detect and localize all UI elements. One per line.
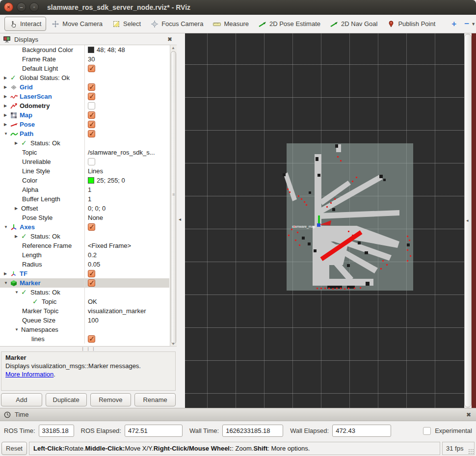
tree-row-laserscan[interactable]: ▶LaserScan xyxy=(0,92,169,101)
tree-row-value[interactable] xyxy=(84,64,169,73)
collapse-icon[interactable]: ▼ xyxy=(15,325,21,334)
tree-row-status-ok[interactable]: ▼✓Status: Ok xyxy=(0,288,169,297)
tree-row-reference-frame[interactable]: Reference Frame<Fixed Frame> xyxy=(0,241,169,250)
3d-viewport[interactable]: slamware_map: xyxy=(185,33,464,408)
tree-row-path[interactable]: ▼Path xyxy=(0,129,169,138)
checkbox-unchecked[interactable] xyxy=(88,102,95,109)
expand-icon[interactable]: ▶ xyxy=(4,82,10,92)
checkbox-checked[interactable] xyxy=(88,223,95,231)
collapse-icon[interactable]: ▼ xyxy=(4,222,10,232)
more-information-link[interactable]: More Information xyxy=(5,371,53,378)
tree-row-length[interactable]: Length0.2 xyxy=(0,250,169,260)
expand-icon[interactable]: ▶ xyxy=(4,92,10,101)
tool-focus-camera[interactable]: Focus Camera xyxy=(146,17,208,30)
chevron-down-icon[interactable]: ▼ xyxy=(471,22,476,27)
tree-row-tf[interactable]: ▶TF xyxy=(0,269,169,278)
duplicate-display-button[interactable]: Duplicate xyxy=(46,393,87,406)
checkbox-unchecked[interactable] xyxy=(88,158,95,165)
expand-icon[interactable]: ▶ xyxy=(4,110,10,120)
reset-button[interactable]: Reset xyxy=(1,442,27,455)
checkbox-checked[interactable] xyxy=(88,270,95,277)
scroll-down-icon[interactable]: ▼ xyxy=(171,342,175,346)
collapse-right-icon[interactable]: ◂ xyxy=(466,218,469,223)
displays-close-icon[interactable]: ✖ xyxy=(166,35,174,43)
tree-row-unreliable[interactable]: Unreliable xyxy=(0,157,169,166)
tool-2d-pose-estimate[interactable]: 2D Pose Estimate xyxy=(254,17,325,30)
window-close-button[interactable]: ✕ xyxy=(4,2,13,12)
collapse-icon[interactable]: ▼ xyxy=(4,129,10,138)
tree-row-value[interactable] xyxy=(84,129,169,138)
tree-row-status-ok[interactable]: ▶✓Status: Ok xyxy=(0,232,169,241)
tree-row-value[interactable] xyxy=(84,334,169,344)
checkbox-checked[interactable] xyxy=(88,121,95,128)
tool-publish-point[interactable]: Publish Point xyxy=(383,17,440,30)
collapse-icon[interactable]: ▼ xyxy=(4,278,10,288)
checkbox-checked[interactable] xyxy=(88,93,95,100)
displays-panel-header[interactable]: Displays ✖ xyxy=(0,34,177,45)
tree-row-value[interactable] xyxy=(84,110,169,120)
expand-icon[interactable]: ▶ xyxy=(15,232,21,241)
tree-row-namespaces[interactable]: ▼Namespaces xyxy=(0,325,169,334)
tree-row-radius[interactable]: Radius0.05 xyxy=(0,260,169,269)
displays-scrollbar[interactable]: ▲ ▼ xyxy=(170,45,177,347)
tool-move-camera[interactable]: Move Camera xyxy=(47,17,107,30)
tree-row-value[interactable] xyxy=(84,120,169,129)
tree-row-value[interactable] xyxy=(84,278,169,288)
tree-row-queue-size[interactable]: Queue Size100 xyxy=(0,316,169,325)
tree-row-marker-topic[interactable]: Marker Topicvisualization_marker xyxy=(0,306,169,316)
window-maximize-button[interactable]: ▫ xyxy=(29,2,39,12)
tree-row-frame-rate[interactable]: Frame Rate30 xyxy=(0,54,169,64)
panel-splitter[interactable]: ◂ xyxy=(177,34,185,408)
scrollbar-thumb[interactable] xyxy=(171,51,176,344)
tree-row-pose-style[interactable]: Pose StyleNone xyxy=(0,213,169,222)
experimental-checkbox[interactable] xyxy=(423,427,431,435)
tool-2d-nav-goal[interactable]: 2D Nav Goal xyxy=(326,17,382,30)
wall-time-input[interactable] xyxy=(222,425,283,437)
ros-elapsed-input[interactable] xyxy=(125,425,183,437)
tree-row-alpha[interactable]: Alpha1 xyxy=(0,185,169,194)
checkbox-checked[interactable] xyxy=(88,65,95,72)
tool-interact[interactable]: Interact xyxy=(4,17,46,31)
tree-row-line-style[interactable]: Line StyleLines xyxy=(0,166,169,176)
time-panel-header[interactable]: Time ✖ xyxy=(0,408,476,421)
ros-time-input[interactable] xyxy=(39,425,74,437)
collapse-icon[interactable]: ▼ xyxy=(15,288,21,297)
expand-icon[interactable]: ▶ xyxy=(4,269,10,278)
tree-row-buffer-length[interactable]: Buffer Length1 xyxy=(0,194,169,204)
tree-row-value[interactable] xyxy=(84,157,169,166)
checkbox-checked[interactable] xyxy=(88,111,95,119)
tree-row-value[interactable] xyxy=(84,101,169,110)
tree-row-pose[interactable]: ▶Pose xyxy=(0,120,169,129)
tree-row-default-light[interactable]: Default Light xyxy=(0,64,169,73)
tree-row-odometry[interactable]: ▶Odometry xyxy=(0,101,169,110)
tree-row-status-ok[interactable]: ▶✓Status: Ok xyxy=(0,138,169,148)
tree-row-value[interactable] xyxy=(84,92,169,101)
time-panel-close-icon[interactable]: ✖ xyxy=(465,411,473,419)
tree-row-value[interactable] xyxy=(84,222,169,232)
tree-row-map[interactable]: ▶Map xyxy=(0,110,169,120)
window-minimize-button[interactable]: – xyxy=(17,2,26,12)
add-display-button[interactable]: Add xyxy=(1,393,42,406)
tree-description-splitter[interactable]: ❘ ❘ ❘ xyxy=(0,347,177,351)
right-panel-collapsed-splitter[interactable]: ◂ xyxy=(464,34,472,407)
expand-icon[interactable]: ▶ xyxy=(4,120,10,129)
expand-icon[interactable]: ▶ xyxy=(15,204,21,213)
tree-row-grid[interactable]: ▶Grid xyxy=(0,82,169,92)
tool-select[interactable]: Select xyxy=(108,17,145,30)
scroll-up-icon[interactable]: ▲ xyxy=(171,46,175,50)
tree-row-axes[interactable]: ▼Axes xyxy=(0,222,169,232)
expand-icon[interactable]: ▶ xyxy=(4,101,10,110)
tree-row-value[interactable] xyxy=(84,269,169,278)
checkbox-checked[interactable] xyxy=(88,130,95,137)
tool-measure[interactable]: Measure xyxy=(209,17,253,30)
rename-display-button[interactable]: Rename xyxy=(134,393,176,406)
tree-row-color[interactable]: Color25; 255; 0 xyxy=(0,176,169,185)
expand-icon[interactable]: ▶ xyxy=(15,138,21,148)
remove-display-button[interactable]: Remove xyxy=(90,393,132,406)
resize-grip[interactable] xyxy=(468,449,474,455)
expand-icon[interactable]: ▶ xyxy=(4,73,10,82)
tree-row-value[interactable] xyxy=(84,82,169,92)
tree-row-topic[interactable]: ✓TopicOK xyxy=(0,297,169,306)
tree-row-topic[interactable]: Topic/slamware_ros_sdk_s... xyxy=(0,148,169,157)
wall-elapsed-input[interactable] xyxy=(332,425,391,437)
